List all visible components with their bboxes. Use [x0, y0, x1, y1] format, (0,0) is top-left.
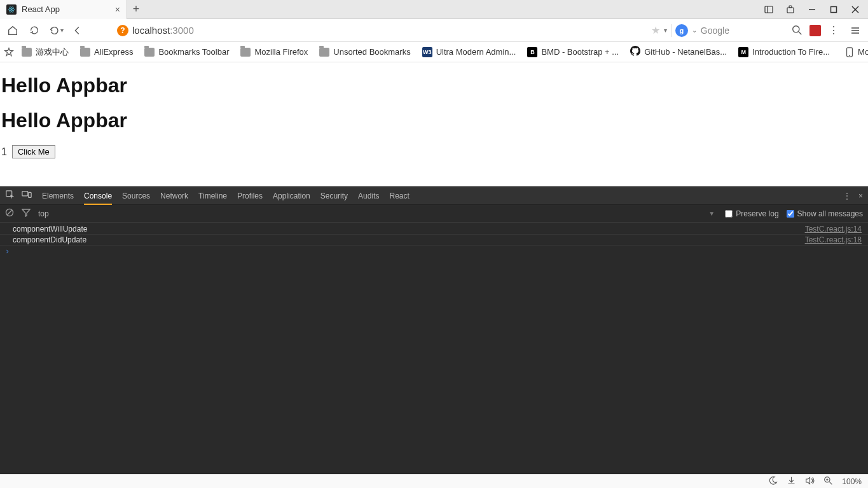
new-tab-button[interactable]: +	[127, 3, 145, 16]
reload-button[interactable]	[25, 22, 43, 39]
page-menu-button[interactable]: ⋮	[825, 22, 843, 39]
devtools-tab-react[interactable]: React	[389, 187, 409, 205]
bookmark-label: AliExpress	[94, 47, 133, 57]
devtools-tab-profiles[interactable]: Profiles	[237, 187, 263, 205]
devtools-tab-console[interactable]: Console	[84, 187, 112, 205]
search-placeholder[interactable]: Google	[701, 25, 729, 36]
svg-line-13	[799, 32, 801, 34]
bookmark-dropdown-icon[interactable]: ▾	[664, 27, 667, 34]
react-favicon	[6, 4, 17, 15]
inspect-element-icon[interactable]	[5, 190, 15, 202]
window-minimize-button[interactable]	[803, 2, 821, 17]
app-menu-button[interactable]	[846, 22, 864, 39]
window-extension-icon[interactable]	[782, 2, 799, 17]
svg-rect-21	[22, 192, 28, 196]
site-icon: B	[527, 47, 537, 57]
svg-rect-7	[789, 6, 792, 8]
svg-marker-25	[22, 209, 30, 216]
preserve-log-checkbox[interactable]: Preserve log	[725, 209, 778, 218]
svg-line-28	[829, 482, 832, 484]
mobile-icon	[845, 47, 854, 57]
log-source-link[interactable]: TestC.react.js:14	[805, 225, 862, 234]
window-sidebar-icon[interactable]	[760, 2, 778, 17]
zoom-icon[interactable]	[823, 476, 833, 487]
bookmark-item[interactable]: MIntroduction To Fire...	[734, 44, 834, 60]
show-all-messages-checkbox[interactable]: Show all messages	[787, 209, 863, 218]
device-toggle-icon[interactable]	[22, 190, 32, 202]
address-bar[interactable]: ? localhost:3000	[113, 25, 194, 36]
bookmark-label: Ultra Modern Admin...	[436, 47, 516, 57]
svg-rect-9	[831, 6, 837, 12]
search-engine-dropdown-icon[interactable]: ⌄	[692, 27, 697, 34]
volume-icon[interactable]	[805, 476, 815, 487]
console-prompt[interactable]: ›	[0, 246, 868, 257]
console-context[interactable]: top	[38, 209, 49, 218]
filter-icon[interactable]	[22, 208, 31, 219]
window-maximize-button[interactable]	[825, 2, 843, 17]
google-search-icon[interactable]: g	[675, 24, 688, 37]
bookmark-item[interactable]: AliExpress	[76, 44, 137, 60]
devtools-panel: ElementsConsoleSourcesNetworkTimelinePro…	[0, 186, 868, 474]
folder-icon	[240, 48, 251, 57]
site-icon: W3	[422, 47, 432, 57]
github-icon	[630, 46, 640, 58]
devtools-tab-audits[interactable]: Audits	[358, 187, 379, 205]
bookmark-item[interactable]: Mozilla Firefox	[237, 44, 312, 60]
bookmark-label: Unsorted Bookmarks	[333, 47, 410, 57]
bookmark-label: 游戏中心	[36, 46, 69, 58]
bookmark-label: GitHub - NetanelBas...	[644, 47, 727, 57]
clear-console-icon[interactable]	[5, 208, 14, 219]
bookmark-item[interactable]: 游戏中心	[18, 44, 72, 60]
tab-title: React App	[22, 4, 60, 14]
bookmark-label: Mozilla Firefox	[254, 47, 308, 57]
folder-icon	[80, 48, 90, 57]
bookmark-label: Bookmarks Toolbar	[158, 47, 229, 57]
log-source-link[interactable]: TestC.react.js:18	[805, 235, 862, 244]
click-me-button[interactable]: Click Me	[12, 145, 55, 158]
mobile-bookmarks[interactable]: Mobile bookmarks	[841, 44, 868, 60]
bookmarks-star-button[interactable]	[4, 43, 14, 61]
bookmark-label: BMD - Bootstrap + ...	[541, 47, 619, 57]
url-text: localhost:3000	[132, 25, 194, 36]
night-mode-icon[interactable]	[768, 476, 778, 487]
console-log-row: componentDidUpdateTestC.react.js:18	[0, 235, 868, 246]
tab-close-icon[interactable]: ×	[115, 4, 120, 15]
bookmark-item[interactable]: W3Ultra Modern Admin...	[418, 44, 520, 60]
undo-button[interactable]: ▾	[47, 22, 65, 39]
home-button[interactable]	[4, 22, 22, 39]
svg-marker-17	[5, 48, 13, 55]
status-bar: 100%	[0, 474, 868, 488]
bookmark-label: Introduction To Fire...	[752, 47, 830, 57]
log-message: componentDidUpdate	[13, 235, 805, 244]
back-button[interactable]	[69, 22, 86, 39]
devtools-menu-icon[interactable]: ⋮	[843, 192, 851, 200]
browser-tab[interactable]: React App ×	[0, 0, 127, 19]
page-content: Hello Appbar Hello Appbar 1 Click Me	[0, 74, 868, 158]
bookmarks-bar: 游戏中心AliExpressBookmarks ToolbarMozilla F…	[0, 42, 868, 62]
devtools-tab-security[interactable]: Security	[320, 187, 348, 205]
devtools-close-icon[interactable]: ×	[858, 192, 863, 200]
context-dropdown-icon[interactable]: ▼	[708, 210, 715, 217]
devtools-tab-timeline[interactable]: Timeline	[198, 187, 227, 205]
search-button[interactable]	[788, 22, 806, 39]
downloads-icon[interactable]	[787, 476, 796, 487]
bookmark-item[interactable]: Bookmarks Toolbar	[141, 44, 233, 60]
console-toolbar: top ▼ Preserve log Show all messages	[0, 205, 868, 223]
log-message: componentWillUpdate	[13, 225, 805, 234]
devtools-tabs: ElementsConsoleSourcesNetworkTimelinePro…	[0, 187, 868, 205]
window-close-button[interactable]	[846, 2, 864, 17]
folder-icon	[22, 48, 32, 57]
window-titlebar: React App × +	[0, 0, 868, 19]
devtools-tab-application[interactable]: Application	[273, 187, 310, 205]
mobile-bookmarks-label: Mobile bookmarks	[858, 47, 868, 57]
extension-icon[interactable]	[809, 25, 821, 36]
devtools-tab-network[interactable]: Network	[160, 187, 188, 205]
site-icon: M	[738, 47, 748, 57]
devtools-tab-sources[interactable]: Sources	[122, 187, 150, 205]
bookmark-item[interactable]: GitHub - NetanelBas...	[626, 44, 731, 60]
bookmark-item[interactable]: Unsorted Bookmarks	[315, 44, 414, 60]
svg-point-0	[11, 9, 12, 10]
bookmark-item[interactable]: BBMD - Bootstrap + ...	[523, 44, 623, 60]
devtools-tab-elements[interactable]: Elements	[42, 187, 74, 205]
bookmark-star-icon[interactable]: ★	[651, 24, 660, 36]
